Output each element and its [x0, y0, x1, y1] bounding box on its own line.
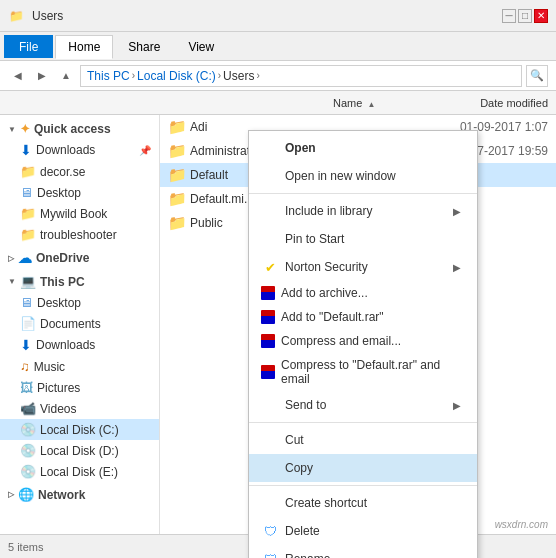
ctx-compress-email-label: Compress and email... [281, 334, 401, 348]
ctx-sep-1 [249, 193, 477, 194]
ctx-create-shortcut[interactable]: Create shortcut [249, 489, 477, 517]
sidebar-item-local-disk-d[interactable]: 💿 Local Disk (D:) [0, 440, 159, 461]
ctx-compress-rar-email[interactable]: Compress to "Default.rar" and email [249, 353, 477, 391]
tab-share[interactable]: Share [115, 35, 173, 58]
up-button[interactable]: ▲ [56, 66, 76, 86]
ctx-open[interactable]: Open [249, 134, 477, 162]
ctx-shortcut-label: Create shortcut [285, 496, 367, 510]
column-date[interactable]: Date modified [408, 97, 548, 109]
context-menu: Open Open in new window Include in libra… [248, 130, 478, 558]
onedrive-arrow: ▷ [8, 254, 14, 263]
window-container: 📁 Users ─ □ ✕ File Home Share View ◀ ▶ ▲… [0, 0, 556, 558]
network-header[interactable]: ▷ 🌐 Network [0, 484, 159, 505]
pc-downloads-icon: ⬇ [20, 337, 32, 353]
this-pc-section: ▼ 💻 This PC 🖥 Desktop 📄 Documents ⬇ Down… [0, 271, 159, 482]
ctx-delete-icon: 🛡 [261, 522, 279, 540]
ctx-add-rar-label: Add to "Default.rar" [281, 310, 384, 324]
onedrive-header[interactable]: ▷ ☁ OneDrive [0, 247, 159, 269]
sidebar-local-disk-d-label: Local Disk (D:) [40, 444, 119, 458]
sidebar-item-decorse[interactable]: 📁 decor.se [0, 161, 159, 182]
ctx-norton[interactable]: ✔ Norton Security ▶ [249, 253, 477, 281]
watermark: wsxdrn.com [495, 519, 548, 530]
ctx-add-rar[interactable]: Add to "Default.rar" [249, 305, 477, 329]
ctx-cut[interactable]: Cut [249, 426, 477, 454]
ctx-compress-email[interactable]: Compress and email... [249, 329, 477, 353]
breadcrumb-this-pc[interactable]: This PC [87, 69, 130, 83]
sidebar-desktop-label: Desktop [37, 186, 81, 200]
sidebar-pc-downloads-label: Downloads [36, 338, 95, 352]
sidebar-item-downloads[interactable]: ⬇ Downloads 📌 [0, 139, 159, 161]
network-arrow: ▷ [8, 490, 14, 499]
ctx-cut-label: Cut [285, 433, 304, 447]
onedrive-icon: ☁ [18, 250, 32, 266]
this-pc-icon: 💻 [20, 274, 36, 289]
network-label: Network [38, 488, 85, 502]
sidebar-item-pc-documents[interactable]: 📄 Documents [0, 313, 159, 334]
sidebar-item-mywild[interactable]: 📁 Mywild Book [0, 203, 159, 224]
ctx-winrar-icon-1 [261, 286, 275, 300]
sidebar-mywild-label: Mywild Book [40, 207, 107, 221]
folder-icon-default-mi: 📁 [168, 191, 184, 207]
this-pc-header[interactable]: ▼ 💻 This PC [0, 271, 159, 292]
ctx-open-new-window[interactable]: Open in new window [249, 162, 477, 190]
local-disk-c-icon: 💿 [20, 422, 36, 437]
maximize-button[interactable]: □ [518, 9, 532, 23]
forward-button[interactable]: ▶ [32, 66, 52, 86]
sidebar-item-pc-videos[interactable]: 📹 Videos [0, 398, 159, 419]
ctx-pin-icon [261, 230, 279, 248]
sidebar-item-local-disk-c[interactable]: 💿 Local Disk (C:) [0, 419, 159, 440]
pc-pictures-icon: 🖼 [20, 380, 33, 395]
quick-access-arrow: ▼ [8, 125, 16, 134]
sidebar-item-desktop[interactable]: 🖥 Desktop [0, 182, 159, 203]
sidebar-item-local-disk-e[interactable]: 💿 Local Disk (E:) [0, 461, 159, 482]
title-bar-icons: 📁 [8, 8, 24, 24]
ctx-sendto-icon [261, 396, 279, 414]
sidebar-item-pc-downloads[interactable]: ⬇ Downloads [0, 334, 159, 356]
ctx-pin-label: Pin to Start [285, 232, 344, 246]
address-bar: ◀ ▶ ▲ This PC › Local Disk (C:) › Users … [0, 61, 556, 91]
close-button[interactable]: ✕ [534, 9, 548, 23]
column-header: Name ▲ Date modified [0, 91, 556, 115]
ctx-sendto-arrow: ▶ [453, 400, 461, 411]
ctx-sendto-label: Send to [285, 398, 326, 412]
ctx-copy[interactable]: Copy [249, 454, 477, 482]
ctx-delete-label: Delete [285, 524, 320, 538]
tab-home[interactable]: Home [55, 35, 113, 59]
sidebar-item-pc-pictures[interactable]: 🖼 Pictures [0, 377, 159, 398]
quick-access-header[interactable]: ▼ ✦ Quick access [0, 119, 159, 139]
ctx-include-library[interactable]: Include in library ▶ [249, 197, 477, 225]
breadcrumb-local-disk[interactable]: Local Disk (C:) [137, 69, 216, 83]
column-name[interactable]: Name ▲ [168, 97, 408, 109]
folder-icon-administrator: 📁 [168, 143, 184, 159]
minimize-button[interactable]: ─ [502, 9, 516, 23]
onedrive-label: OneDrive [36, 251, 89, 265]
ctx-library-arrow: ▶ [453, 206, 461, 217]
ctx-winrar-icon-2 [261, 310, 275, 324]
mywild-icon: 📁 [20, 206, 36, 221]
ctx-rename-icon: 🛡 [261, 550, 279, 558]
sidebar-downloads-label: Downloads [36, 143, 95, 157]
ctx-pin-start[interactable]: Pin to Start [249, 225, 477, 253]
ctx-add-archive[interactable]: Add to archive... [249, 281, 477, 305]
sidebar-item-pc-music[interactable]: ♫ Music [0, 356, 159, 377]
local-disk-e-icon: 💿 [20, 464, 36, 479]
sidebar-item-pc-desktop[interactable]: 🖥 Desktop [0, 292, 159, 313]
back-button[interactable]: ◀ [8, 66, 28, 86]
tab-file[interactable]: File [4, 35, 53, 58]
ctx-delete[interactable]: 🛡 Delete [249, 517, 477, 545]
ctx-copy-icon [261, 459, 279, 477]
sidebar-local-disk-c-label: Local Disk (C:) [40, 423, 119, 437]
local-disk-d-icon: 💿 [20, 443, 36, 458]
this-pc-arrow: ▼ [8, 277, 16, 286]
ctx-send-to[interactable]: Send to ▶ [249, 391, 477, 419]
sidebar-item-troubleshooter[interactable]: 📁 troubleshooter [0, 224, 159, 245]
ctx-norton-label: Norton Security [285, 260, 368, 274]
downloads-icon: ⬇ [20, 142, 32, 158]
search-button[interactable]: 🔍 [526, 65, 548, 87]
ctx-rename[interactable]: 🛡 Rename [249, 545, 477, 558]
tab-view[interactable]: View [175, 35, 227, 58]
ctx-rename-label: Rename [285, 552, 330, 558]
sidebar-pc-desktop-label: Desktop [37, 296, 81, 310]
sort-arrow: ▲ [367, 100, 375, 109]
this-pc-label: This PC [40, 275, 85, 289]
